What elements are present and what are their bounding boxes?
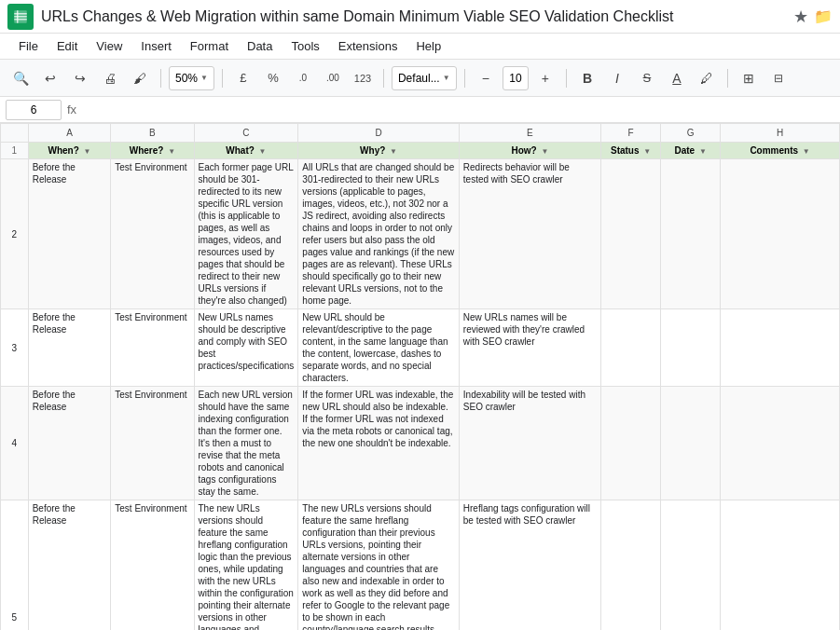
cell-when-4[interactable]: Before the Release <box>28 387 111 500</box>
cell-date-3[interactable] <box>661 309 721 387</box>
paint-format-button[interactable]: 🖌 <box>127 65 153 91</box>
col-header-g[interactable]: G <box>661 124 721 143</box>
highlight-button[interactable]: 🖊 <box>694 65 720 91</box>
title-actions: ★ 📁 <box>793 7 833 27</box>
svg-rect-3 <box>14 19 27 20</box>
menu-insert[interactable]: Insert <box>133 37 179 55</box>
cell-status-2[interactable] <box>601 159 661 309</box>
menu-tools[interactable]: Tools <box>283 37 326 55</box>
header-row: 1 When? ▼ Where? ▼ What? ▼ Why? ▼ How? ▼… <box>1 143 840 159</box>
cell-what-5[interactable]: The new URLs versions should feature the… <box>194 500 298 630</box>
font-size-value: 10 <box>509 72 521 85</box>
cell-what-4[interactable]: Each new URL version should have the sam… <box>194 387 298 500</box>
cell-why-5[interactable]: The new URLs versions should feature the… <box>298 500 459 630</box>
merge-button[interactable]: ⊟ <box>765 65 792 91</box>
formula-bar: 6 fx <box>0 97 840 123</box>
font-size-box[interactable]: 10 <box>503 66 529 90</box>
col-when-header: When? ▼ <box>28 143 111 159</box>
data-table: A B C D E F G H 1 When? ▼ Where? ▼ What?… <box>0 123 840 630</box>
menu-edit[interactable]: Edit <box>49 37 85 55</box>
col-header-c[interactable]: C <box>194 124 298 143</box>
cell-where-3[interactable]: Test Environment <box>111 309 194 387</box>
star-icon[interactable]: ★ <box>793 7 808 27</box>
cell-status-3[interactable] <box>601 309 661 387</box>
cell-comments-4[interactable] <box>721 387 840 500</box>
cell-how-4[interactable]: Indexability will be tested with SEO cra… <box>459 387 600 500</box>
cell-how-3[interactable]: New URLs names will be reviewed with the… <box>459 309 600 387</box>
row-num-3: 3 <box>1 309 29 387</box>
col-comments-header: Comments ▼ <box>721 143 840 159</box>
document-title: URLs Changes & Web Migration within same… <box>41 8 793 25</box>
percent-button[interactable]: % <box>260 65 286 91</box>
zoom-selector[interactable]: 50% ▼ <box>169 66 214 90</box>
cell-date-5[interactable] <box>661 500 721 630</box>
menu-help[interactable]: Help <box>408 37 448 55</box>
font-selector[interactable]: Defaul... ▼ <box>392 66 457 90</box>
cell-why-4[interactable]: If the former URL was indexable, the new… <box>298 387 459 500</box>
separator-1 <box>160 69 161 88</box>
cell-how-2[interactable]: Redirects behavior will be tested with S… <box>459 159 600 309</box>
cell-comments-2[interactable] <box>721 159 840 309</box>
col-status-header: Status ▼ <box>601 143 661 159</box>
currency-button[interactable]: £ <box>230 65 256 91</box>
bold-button[interactable]: B <box>574 65 600 91</box>
strikethrough-button[interactable]: S <box>634 65 660 91</box>
cell-how-5[interactable]: Hreflang tags configuration will be test… <box>459 500 600 630</box>
cell-where-5[interactable]: Test Environment <box>111 500 194 630</box>
title-bar: URLs Changes & Web Migration within same… <box>0 0 840 34</box>
cell-where-2[interactable]: Test Environment <box>111 159 194 309</box>
menu-view[interactable]: View <box>89 37 130 55</box>
cell-reference[interactable]: 6 <box>6 100 62 120</box>
cell-where-4[interactable]: Test Environment <box>111 387 194 500</box>
col-header-f[interactable]: F <box>601 124 661 143</box>
increase-font-button[interactable]: + <box>532 65 558 91</box>
col-header-h[interactable]: H <box>721 124 840 143</box>
folder-icon[interactable]: 📁 <box>814 7 833 25</box>
cell-when-2[interactable]: Before the Release <box>28 159 111 309</box>
decrease-decimal-button[interactable]: .0 <box>290 65 316 91</box>
cell-when-3[interactable]: Before the Release <box>28 309 111 387</box>
italic-button[interactable]: I <box>604 65 630 91</box>
decrease-font-button[interactable]: − <box>473 65 499 91</box>
cell-status-4[interactable] <box>601 387 661 500</box>
search-button[interactable]: 🔍 <box>7 65 34 91</box>
col-header-e[interactable]: E <box>459 124 600 143</box>
menu-extensions[interactable]: Extensions <box>331 37 406 55</box>
col-how-header: How? ▼ <box>459 143 600 159</box>
increase-decimal-button[interactable]: .00 <box>320 65 346 91</box>
toolbar: 🔍 ↩ ↪ 🖨 🖌 50% ▼ £ % .0 .00 123 Defaul...… <box>0 60 840 97</box>
cell-what-2[interactable]: Each former page URL should be 301-redir… <box>194 159 298 309</box>
table-row: 4 Before the Release Test Environment Ea… <box>1 387 840 500</box>
col-header-d[interactable]: D <box>298 124 459 143</box>
format-number-button[interactable]: 123 <box>350 65 376 91</box>
cell-why-3[interactable]: New URL should be relevant/descriptive t… <box>298 309 459 387</box>
zoom-chevron: ▼ <box>200 74 208 82</box>
menu-format[interactable]: Format <box>183 37 236 55</box>
separator-2 <box>222 69 223 88</box>
cell-status-5[interactable] <box>601 500 661 630</box>
col-header-a[interactable]: A <box>28 124 111 143</box>
fx-icon: fx <box>67 103 76 116</box>
borders-button[interactable]: ⊞ <box>736 65 762 91</box>
col-header-b[interactable]: B <box>111 124 194 143</box>
menu-data[interactable]: Data <box>240 37 280 55</box>
cell-when-5[interactable]: Before the Release <box>28 500 111 630</box>
menu-file[interactable]: File <box>11 37 46 55</box>
font-color-button[interactable]: A <box>664 65 690 91</box>
print-button[interactable]: 🖨 <box>97 65 123 91</box>
table-row: 2 Before the Release Test Environment Ea… <box>1 159 840 309</box>
formula-input[interactable] <box>82 100 834 120</box>
cell-comments-3[interactable] <box>721 309 840 387</box>
col-where-header: Where? ▼ <box>111 143 194 159</box>
cell-date-2[interactable] <box>661 159 721 309</box>
redo-button[interactable]: ↪ <box>67 65 93 91</box>
cell-what-3[interactable]: New URLs names should be descriptive and… <box>194 309 298 387</box>
menu-bar: File Edit View Insert Format Data Tools … <box>0 34 840 60</box>
cell-date-4[interactable] <box>661 387 721 500</box>
table-row: 3 Before the Release Test Environment Ne… <box>1 309 840 387</box>
cell-why-2[interactable]: All URLs that are changed should be 301-… <box>298 159 459 309</box>
row-num-1: 1 <box>1 143 29 159</box>
undo-button[interactable]: ↩ <box>37 65 63 91</box>
zoom-value: 50% <box>175 72 198 85</box>
cell-comments-5[interactable] <box>721 500 840 630</box>
